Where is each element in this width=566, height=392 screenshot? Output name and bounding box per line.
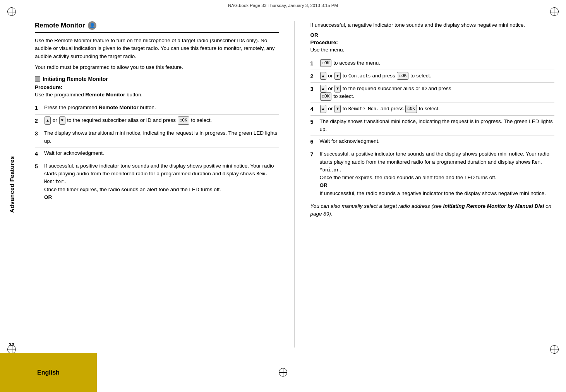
or-label-right: OR — [310, 32, 555, 38]
step-2-right: 2 or to Contacts and press ☐OK to select… — [310, 70, 555, 83]
step-r-num-2: 2 — [310, 72, 317, 80]
contacts-mono: Contacts — [348, 73, 371, 79]
procedure-label-left: Procedure: — [35, 84, 279, 90]
down-arrow-2 — [336, 73, 339, 79]
up-button — [45, 116, 51, 125]
ok-btn-3: ☐OK — [320, 92, 332, 101]
left-column: Remote Monitor 👤 Use the Remote Monitor … — [35, 21, 283, 347]
or-label-step7: OR — [320, 182, 328, 188]
step-6-right: 6 Wait for acknowledgment. — [310, 135, 555, 148]
down-arrow-icon — [61, 117, 63, 124]
remote-monitor-icon: 👤 — [88, 21, 96, 30]
crosshair-circle-top-right — [550, 7, 559, 16]
step-r-content-1: ☐OK to access the menu. — [320, 59, 555, 67]
up-arrow-3 — [322, 86, 324, 92]
step-r-num-1: 1 — [310, 59, 317, 68]
down-btn-4 — [334, 105, 341, 113]
step-r-content-6: Wait for acknowledgment. — [320, 137, 555, 145]
step-r-num-7: 7 — [310, 150, 317, 159]
file-info-bar: NAG.book Page 33 Thursday, January 3, 20… — [0, 3, 566, 8]
ok-btn-1: ☐OK — [320, 59, 332, 67]
page-number: 33 — [0, 342, 23, 351]
up-arrow-2 — [322, 73, 324, 79]
step-4-right: 4 or to Remote Mon. and press ☐OK to sel… — [310, 103, 555, 116]
rem-monitor-mono-left: Rem. Monitor. — [44, 171, 268, 184]
right-column: If unsuccessful, a negative indicator to… — [307, 21, 555, 347]
italic-note-text: You can also manually select a target ra… — [310, 203, 552, 217]
step-content-1: Press the programmed Remote Monitor butt… — [44, 104, 279, 111]
column-divider — [295, 21, 295, 347]
step-r-num-6: 6 — [310, 137, 317, 146]
step-r-content-4: or to Remote Mon. and press ☐OK to selec… — [320, 105, 555, 113]
step-5-right: 5 The display shows transitional mini no… — [310, 116, 555, 136]
step-content-4: Wait for acknowledgment. — [44, 149, 279, 157]
rem-monitor-mono-right: Rem. Monitor. — [320, 159, 543, 173]
step-content-3: The display shows transitional mini noti… — [44, 129, 279, 145]
up-arrow-4 — [322, 106, 324, 112]
subsection-title: Initiating Remote Monitor — [35, 76, 279, 82]
down-arrow-3 — [336, 86, 339, 92]
step-7-right: 7 If successful, a positive indicator to… — [310, 148, 555, 199]
step-r-num-3: 3 — [310, 85, 317, 93]
remote-mon-mono: Remote Mon. — [348, 106, 379, 111]
down-btn-3 — [334, 85, 341, 93]
up-btn-4 — [320, 105, 326, 113]
step-1-left: 1 Press the programmed Remote Monitor bu… — [35, 102, 279, 115]
step-num-1: 1 — [35, 104, 41, 112]
step-2-left: 2 or to the required subscriber alias or… — [35, 115, 279, 127]
procedure-intro-right: Use the menu. — [310, 46, 555, 54]
unsuccessful-intro: If unsuccessful, a negative indicator to… — [310, 21, 555, 29]
step-3-left: 3 The display shows transitional mini no… — [35, 127, 279, 147]
step-r-content-7: If successful, a positive indicator tone… — [320, 150, 555, 197]
italic-note: You can also manually select a target ra… — [310, 202, 555, 218]
intro-paragraph: Use the Remote Monitor feature to turn o… — [35, 37, 279, 60]
file-info-text: NAG.book Page 33 Thursday, January 3, 20… — [228, 3, 338, 8]
step-3-right: 3 or to the required subscriber alias or… — [310, 83, 555, 103]
up-arrow-icon — [46, 117, 49, 124]
section-title: Remote Monitor 👤 — [35, 21, 279, 33]
remote-monitor-bold: Remote Monitor — [86, 92, 125, 98]
advanced-features-label: Advanced Features — [9, 156, 15, 213]
ok-button: ☐OK — [178, 116, 189, 125]
step-1-right: 1 ☐OK to access the menu. — [310, 57, 555, 70]
step-r-content-5: The display shows transitional mini noti… — [320, 118, 555, 134]
step-content-2: or to the required subscriber alias or I… — [44, 116, 279, 125]
crosshair-circle-top-left — [7, 7, 16, 16]
step-r-content-3: or to the required subscriber alias or I… — [320, 85, 555, 101]
english-tab: English — [0, 353, 97, 392]
subsection-title-text: Initiating Remote Monitor — [43, 76, 108, 82]
step-content-5: If successful, a positive indicator tone… — [44, 162, 279, 201]
up-btn-2 — [320, 72, 326, 80]
italic-note-bold: Initiating Remote Monitor by Manual Dial — [443, 203, 544, 209]
ok-btn-4: ☐OK — [405, 105, 417, 113]
procedure-intro-left: Use the programmed Remote Monitor button… — [35, 91, 279, 99]
left-sidebar: Advanced Features 33 — [0, 17, 23, 351]
subsection-icon — [35, 76, 40, 82]
page-content: Advanced Features 33 Remote Monitor 👤 Us… — [0, 17, 566, 351]
steps-list-right: 1 ☐OK to access the menu. 2 or to Contac… — [310, 57, 555, 199]
step1-bold: Remote Monitor — [99, 104, 139, 110]
step-num-3: 3 — [35, 129, 41, 138]
crosshair-bottom-center — [279, 368, 287, 377]
step-r-num-5: 5 — [310, 118, 317, 126]
section-title-text: Remote Monitor — [35, 22, 85, 29]
step-num-4: 4 — [35, 149, 41, 158]
english-label: English — [37, 369, 60, 376]
step-5-left: 5 If successful, a positive indicator to… — [35, 160, 279, 203]
radio-note: Your radio must be programmed to allow y… — [35, 63, 279, 71]
step-r-num-4: 4 — [310, 105, 317, 113]
down-button — [59, 116, 65, 125]
step-r-content-2: or to Contacts and press ☐OK to select. — [320, 72, 555, 80]
procedure-label-right: Procedure: — [310, 39, 555, 45]
or-label-left: OR — [44, 194, 52, 200]
down-arrow-4 — [336, 106, 339, 112]
step-4-left: 4 Wait for acknowledgment. — [35, 147, 279, 160]
main-content: Remote Monitor 👤 Use the Remote Monitor … — [23, 17, 566, 351]
ok-btn-2: ☐OK — [397, 72, 408, 80]
up-btn-3 — [320, 85, 326, 93]
steps-list-left: 1 Press the programmed Remote Monitor bu… — [35, 102, 279, 203]
step-num-5: 5 — [35, 162, 41, 171]
step-num-2: 2 — [35, 116, 41, 125]
down-btn-2 — [334, 72, 341, 80]
